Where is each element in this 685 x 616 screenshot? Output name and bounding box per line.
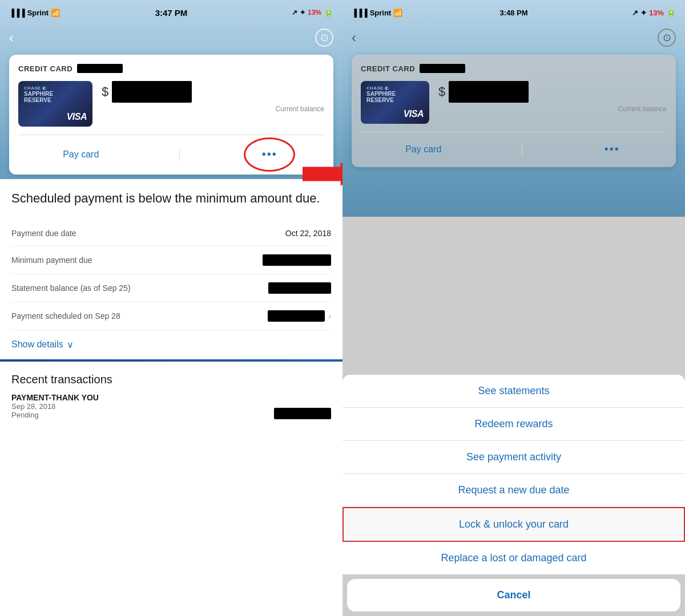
card-bottom-right: VISA bbox=[366, 109, 424, 119]
dots-button-wrapper-left[interactable]: ••• bbox=[251, 143, 289, 165]
right-panel: ▐▐▐ Sprint 📶 3:48 PM ↗ ✦ 13% 🔋 ‹ ⊙ CREDI… bbox=[342, 0, 685, 616]
table-row: PAYMENT-THANK YOU Sep 28, 2018 Pending bbox=[11, 393, 331, 419]
menu-item-replace-card[interactable]: Replace a lost or damaged card bbox=[342, 542, 685, 574]
left-panel: ▐▐▐ Sprint 📶 3:47 PM ↗ ✦ 13% 🔋 ‹ ⊙ CREDI… bbox=[0, 0, 342, 616]
card-info-right: $ Current balance bbox=[438, 81, 667, 113]
status-bar-left: ▐▐▐ Sprint 📶 3:47 PM ↗ ✦ 13% 🔋 bbox=[0, 0, 342, 25]
left-content: Scheduled payment is below the minimum a… bbox=[0, 179, 342, 616]
card-image-left: CHASE ◐ SAPPHIRERESERVE VISA bbox=[18, 81, 92, 127]
card-divider-left bbox=[18, 135, 324, 135]
dollar-sign-right: $ bbox=[438, 84, 445, 99]
carrier-name-left: Sprint bbox=[27, 9, 49, 17]
back-button-right[interactable]: ‹ bbox=[352, 30, 356, 46]
recent-transactions-section: Recent transactions PAYMENT-THANK YOU Se… bbox=[11, 362, 331, 419]
card-divider-right bbox=[361, 132, 667, 132]
replace-card-label: Replace a lost or damaged card bbox=[441, 552, 586, 564]
payment-due-date-row: Payment due date Oct 22, 2018 bbox=[11, 221, 331, 246]
payment-scheduled-label: Payment scheduled on Sep 28 bbox=[11, 311, 120, 321]
transaction-status: Pending bbox=[11, 411, 99, 419]
action-divider-right bbox=[522, 144, 522, 155]
card-brand-top-left: CHASE ◐ SAPPHIRERESERVE bbox=[24, 86, 87, 103]
chevron-icon: › bbox=[328, 311, 331, 321]
nav-bar-left: ‹ ⊙ bbox=[0, 25, 342, 50]
chevron-down-icon: ∨ bbox=[67, 339, 74, 350]
menu-item-lock-unlock[interactable]: Lock & unlock your card bbox=[342, 507, 685, 542]
cancel-container: Cancel bbox=[347, 579, 680, 611]
status-bar-carrier-left: ▐▐▐ Sprint 📶 bbox=[9, 9, 60, 17]
statement-balance-redacted bbox=[268, 282, 331, 294]
show-details-button[interactable]: Show details ∨ bbox=[11, 339, 331, 350]
payment-scheduled-value-wrap: › bbox=[268, 310, 331, 322]
status-right-left: ↗ ✦ 13% 🔋 bbox=[292, 8, 333, 17]
card-label-right: CREDIT CARD bbox=[361, 64, 415, 73]
arrow-container bbox=[303, 160, 342, 188]
payment-scheduled-row: Payment scheduled on Sep 28 › bbox=[11, 302, 331, 330]
action-divider-left bbox=[179, 149, 180, 160]
nav-bar-right: ‹ ⊙ bbox=[342, 25, 685, 50]
menu-item-redeem-rewards[interactable]: Redeem rewards bbox=[342, 408, 685, 441]
minimum-payment-redacted bbox=[263, 254, 331, 266]
menu-item-request-new-due-date[interactable]: Request a new due date bbox=[342, 474, 685, 507]
signal-icon-left: ▐▐▐ bbox=[9, 9, 25, 17]
status-right-right: ↗ ✦ 13% 🔋 bbox=[632, 8, 676, 17]
see-payment-activity-label: See payment activity bbox=[466, 451, 561, 463]
statement-balance-label: Statement balance (as of Sep 25) bbox=[11, 283, 131, 293]
balance-row-right: $ bbox=[438, 81, 667, 103]
card-header-right: CREDIT CARD bbox=[361, 64, 667, 73]
menu-item-see-payment-activity[interactable]: See payment activity bbox=[342, 441, 685, 474]
transaction-name: PAYMENT-THANK YOU bbox=[11, 393, 99, 402]
request-new-due-date-label: Request a new due date bbox=[458, 484, 569, 496]
transaction-date: Sep 28, 2018 bbox=[11, 402, 99, 411]
redeem-rewards-label: Redeem rewards bbox=[474, 418, 553, 429]
card-body-left: CHASE ◐ SAPPHIRERESERVE VISA $ Current b… bbox=[18, 81, 324, 127]
minimum-payment-label: Minimum payment due bbox=[11, 256, 92, 265]
cancel-label: Cancel bbox=[497, 589, 530, 601]
card-header-left: CREDIT CARD bbox=[18, 64, 324, 73]
location-icon-right: ↗ bbox=[632, 9, 638, 17]
bluetooth-icon-right: ✦ bbox=[640, 9, 647, 17]
dots-button-right[interactable]: ••• bbox=[593, 140, 631, 158]
profile-icon-left[interactable]: ⊙ bbox=[315, 29, 333, 47]
bottom-sheet-menu: See statements Redeem rewards See paymen… bbox=[342, 375, 685, 616]
battery-icon-right: 🔋 bbox=[666, 8, 676, 17]
transaction-details: PAYMENT-THANK YOU Sep 28, 2018 Pending bbox=[11, 393, 99, 419]
pay-card-button-right[interactable]: Pay card bbox=[396, 142, 450, 157]
back-button-left[interactable]: ‹ bbox=[9, 30, 14, 46]
card-actions-left: Pay card ••• bbox=[18, 143, 324, 165]
wifi-icon-right: 📶 bbox=[393, 9, 402, 17]
cancel-button[interactable]: Cancel bbox=[347, 579, 680, 611]
lock-unlock-label: Lock & unlock your card bbox=[459, 518, 569, 530]
balance-redacted-right bbox=[449, 81, 529, 103]
card-actions-right: Pay card ••• bbox=[361, 140, 667, 158]
recent-transactions-title: Recent transactions bbox=[11, 373, 331, 386]
transaction-amount-redacted bbox=[274, 408, 331, 419]
see-statements-label: See statements bbox=[478, 385, 549, 396]
card-number-redacted-left bbox=[77, 64, 123, 73]
menu-item-see-statements[interactable]: See statements bbox=[342, 375, 685, 408]
profile-icon-right[interactable]: ⊙ bbox=[658, 29, 676, 47]
person-icon-right: ⊙ bbox=[663, 31, 671, 44]
visa-logo-right: VISA bbox=[404, 109, 424, 119]
carrier-name-right: Sprint bbox=[370, 9, 392, 17]
card-label-left: CREDIT CARD bbox=[18, 64, 72, 73]
card-bottom-left: VISA bbox=[24, 112, 87, 122]
payment-scheduled-redacted bbox=[268, 310, 325, 322]
minimum-payment-row: Minimum payment due bbox=[11, 246, 331, 274]
balance-label-left: Current balance bbox=[102, 105, 324, 113]
dollar-sign-left: $ bbox=[102, 84, 108, 99]
svg-marker-0 bbox=[303, 162, 342, 186]
battery-icon-left: 🔋 bbox=[324, 8, 333, 17]
balance-row-left: $ bbox=[102, 81, 324, 103]
person-icon-left: ⊙ bbox=[320, 31, 329, 44]
warning-text: Scheduled payment is below the minimum a… bbox=[11, 191, 331, 207]
card-number-redacted-right bbox=[420, 64, 465, 73]
card-body-right: CHASE ◐ SAPPHIRERESERVE VISA $ Current b… bbox=[361, 81, 667, 124]
card-info-left: $ Current balance bbox=[102, 81, 324, 113]
bluetooth-icon-left: ✦ bbox=[300, 9, 305, 17]
wifi-icon-left: 📶 bbox=[51, 9, 60, 17]
right-arrow-icon bbox=[303, 160, 342, 188]
card-container-left: CREDIT CARD CHASE ◐ SAPPHIRERESERVE VISA… bbox=[9, 55, 333, 175]
pay-card-button-left[interactable]: Pay card bbox=[54, 147, 108, 162]
status-bar-right: ▐▐▐ Sprint 📶 3:48 PM ↗ ✦ 13% 🔋 bbox=[342, 0, 685, 25]
dots-button-left[interactable]: ••• bbox=[262, 148, 277, 160]
